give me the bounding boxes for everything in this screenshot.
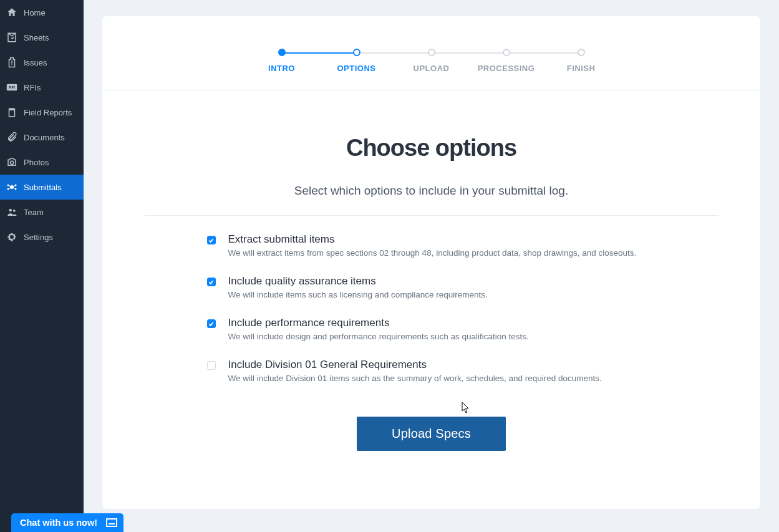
page-subtitle: Select which options to include in your … <box>140 184 723 198</box>
svg-point-7 <box>15 188 17 190</box>
svg-point-4 <box>7 185 9 186</box>
attachment-icon <box>5 132 19 143</box>
step-label: FINISH <box>567 64 596 73</box>
card-panel: INTRO OPTIONS UPLOAD PROCESSING FINISH <box>102 16 760 509</box>
gear-icon <box>5 231 19 243</box>
option-performance-requirements: Include performance requirements We will… <box>207 317 656 341</box>
step-line <box>432 52 506 54</box>
option-division-01: Include Division 01 General Requirements… <box>207 359 656 383</box>
option-body: Extract submittal items We will extract … <box>228 233 656 258</box>
option-title: Extract submittal items <box>228 233 656 246</box>
svg-text:RFI: RFI <box>9 85 15 89</box>
svg-point-6 <box>7 188 9 190</box>
sidebar: Home Sheets Issues RFI RFIs Field Report… <box>0 0 84 532</box>
sidebar-item-label: Team <box>24 208 44 217</box>
step-dot <box>503 49 510 56</box>
step-label: OPTIONS <box>337 64 375 73</box>
chat-label: Chat with us now! <box>20 518 97 528</box>
sidebar-item-label: Settings <box>24 233 53 242</box>
team-icon <box>5 206 19 218</box>
home-icon <box>5 7 19 18</box>
step-dot <box>353 49 360 56</box>
option-desc: We will include design and performance r… <box>228 332 656 341</box>
checkbox[interactable] <box>207 361 216 370</box>
sidebar-item-settings[interactable]: Settings <box>0 225 84 249</box>
step-line <box>357 52 432 54</box>
step-dot <box>578 49 585 56</box>
page-title: Choose options <box>140 135 723 162</box>
checkbox[interactable] <box>207 278 216 286</box>
issues-icon <box>5 57 19 68</box>
svg-point-3 <box>10 185 14 189</box>
step-label: UPLOAD <box>414 64 450 73</box>
sheets-icon <box>5 32 19 43</box>
sidebar-item-rfis[interactable]: RFI RFIs <box>0 75 84 100</box>
option-desc: We will include Division 01 items such a… <box>228 374 656 383</box>
option-body: Include Division 01 General Requirements… <box>228 359 656 383</box>
step-intro[interactable]: INTRO <box>244 49 319 73</box>
checkbox[interactable] <box>207 319 216 328</box>
option-body: Include performance requirements We will… <box>228 317 656 341</box>
upload-specs-button[interactable]: Upload Specs <box>357 417 506 451</box>
sidebar-item-label: Home <box>24 8 46 17</box>
chat-widget[interactable]: Chat with us now! <box>11 513 123 532</box>
sidebar-item-label: Photos <box>24 158 49 167</box>
option-title: Include performance requirements <box>228 317 656 329</box>
sidebar-item-label: RFIs <box>24 83 41 92</box>
option-desc: We will include items such as licensing … <box>228 290 656 299</box>
svg-point-8 <box>9 209 12 212</box>
step-line <box>282 52 357 54</box>
step-label: INTRO <box>268 64 295 73</box>
svg-point-2 <box>10 161 13 164</box>
step-line <box>506 52 581 54</box>
options-list: Extract submittal items We will extract … <box>207 233 656 383</box>
svg-point-9 <box>13 210 16 212</box>
sidebar-item-label: Sheets <box>24 33 49 42</box>
sidebar-item-label: Submittals <box>24 183 62 192</box>
svg-point-5 <box>15 185 17 186</box>
rfi-icon: RFI <box>5 82 19 93</box>
clipboard-icon <box>5 107 19 118</box>
sidebar-item-team[interactable]: Team <box>0 200 84 225</box>
sidebar-item-photos[interactable]: Photos <box>0 150 84 175</box>
sidebar-item-documents[interactable]: Documents <box>0 125 84 150</box>
sidebar-item-submittals[interactable]: Submittals <box>0 175 84 200</box>
sidebar-item-label: Documents <box>24 133 65 142</box>
option-desc: We will extract items from spec sections… <box>228 248 656 258</box>
main: INTRO OPTIONS UPLOAD PROCESSING FINISH <box>84 0 779 532</box>
sidebar-item-issues[interactable]: Issues <box>0 50 84 75</box>
option-title: Include quality assurance items <box>228 275 656 288</box>
step-dot <box>428 49 435 56</box>
option-title: Include Division 01 General Requirements <box>228 359 656 371</box>
submittals-icon <box>5 181 19 193</box>
option-quality-assurance: Include quality assurance items We will … <box>207 275 656 299</box>
chat-expand-icon <box>106 518 117 527</box>
checkbox[interactable] <box>207 236 216 244</box>
camera-icon <box>5 157 19 168</box>
sidebar-item-home[interactable]: Home <box>0 0 84 25</box>
option-extract-submittal-items: Extract submittal items We will extract … <box>207 233 656 258</box>
sidebar-item-sheets[interactable]: Sheets <box>0 25 84 50</box>
sidebar-item-label: Field Reports <box>24 108 72 117</box>
sidebar-item-field-reports[interactable]: Field Reports <box>0 100 84 125</box>
divider <box>145 215 719 216</box>
sidebar-item-label: Issues <box>24 58 47 67</box>
step-dot <box>278 49 286 56</box>
content: Choose options Select which options to i… <box>102 91 760 451</box>
stepper: INTRO OPTIONS UPLOAD PROCESSING FINISH <box>102 16 760 91</box>
option-body: Include quality assurance items We will … <box>228 275 656 299</box>
step-label: PROCESSING <box>478 64 535 73</box>
